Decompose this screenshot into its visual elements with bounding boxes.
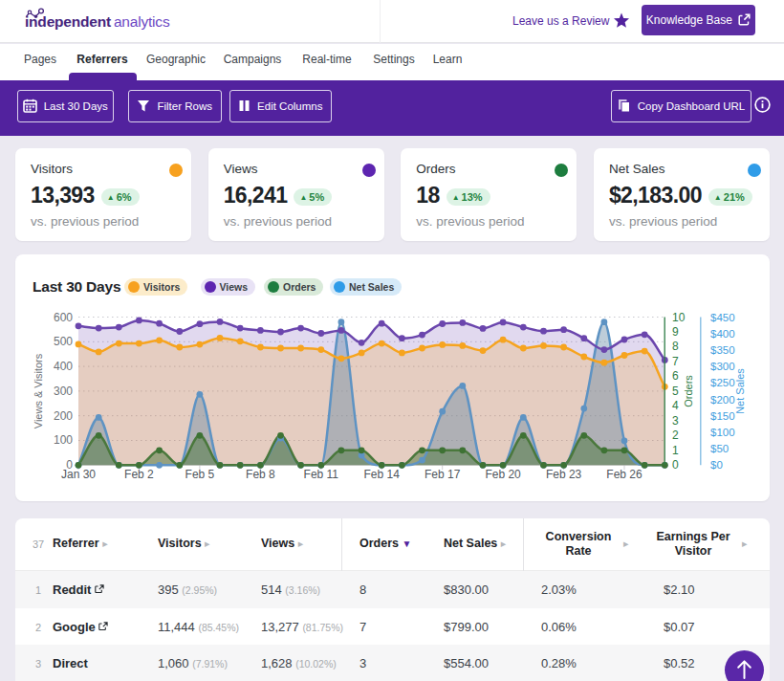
svg-text:10: 10	[672, 311, 686, 324]
svg-text:7: 7	[672, 355, 679, 368]
svg-text:Feb 17: Feb 17	[425, 468, 461, 481]
svg-text:8: 8	[672, 340, 679, 353]
svg-text:2: 2	[672, 428, 679, 442]
svg-text:Feb 2: Feb 2	[124, 468, 154, 481]
svg-text:100: 100	[54, 433, 73, 447]
svg-text:Feb 14: Feb 14	[364, 468, 401, 481]
svg-text:$150: $150	[710, 410, 735, 422]
svg-text:Feb 26: Feb 26	[606, 468, 642, 481]
svg-text:600: 600	[54, 311, 73, 324]
svg-text:9: 9	[672, 325, 679, 339]
svg-text:200: 200	[54, 409, 73, 423]
svg-text:0: 0	[672, 458, 679, 472]
svg-text:Feb 23: Feb 23	[546, 468, 582, 481]
svg-text:4: 4	[672, 399, 679, 412]
svg-text:$300: $300	[710, 361, 735, 372]
svg-text:Feb 20: Feb 20	[485, 468, 521, 481]
svg-text:$400: $400	[710, 328, 735, 340]
svg-text:3: 3	[672, 414, 679, 428]
svg-text:300: 300	[54, 384, 73, 398]
svg-text:$50: $50	[710, 443, 729, 454]
svg-text:Orders: Orders	[683, 375, 694, 407]
svg-text:$0: $0	[710, 459, 723, 471]
svg-text:1: 1	[672, 444, 679, 457]
svg-text:500: 500	[54, 335, 73, 348]
svg-text:Jan 30: Jan 30	[61, 468, 96, 481]
svg-text:Views & Visitors: Views & Visitors	[33, 353, 44, 428]
svg-text:Net Sales: Net Sales	[734, 368, 746, 414]
svg-text:Feb 11: Feb 11	[304, 468, 339, 481]
svg-text:$450: $450	[710, 312, 735, 323]
svg-text:Feb 8: Feb 8	[246, 468, 275, 481]
svg-text:Feb 5: Feb 5	[185, 468, 215, 481]
svg-text:6: 6	[672, 369, 679, 383]
svg-text:5: 5	[672, 384, 679, 398]
svg-text:$200: $200	[710, 394, 735, 406]
svg-text:$250: $250	[710, 377, 735, 388]
svg-text:$350: $350	[710, 344, 735, 356]
svg-text:400: 400	[54, 360, 73, 373]
svg-text:$100: $100	[710, 427, 735, 438]
